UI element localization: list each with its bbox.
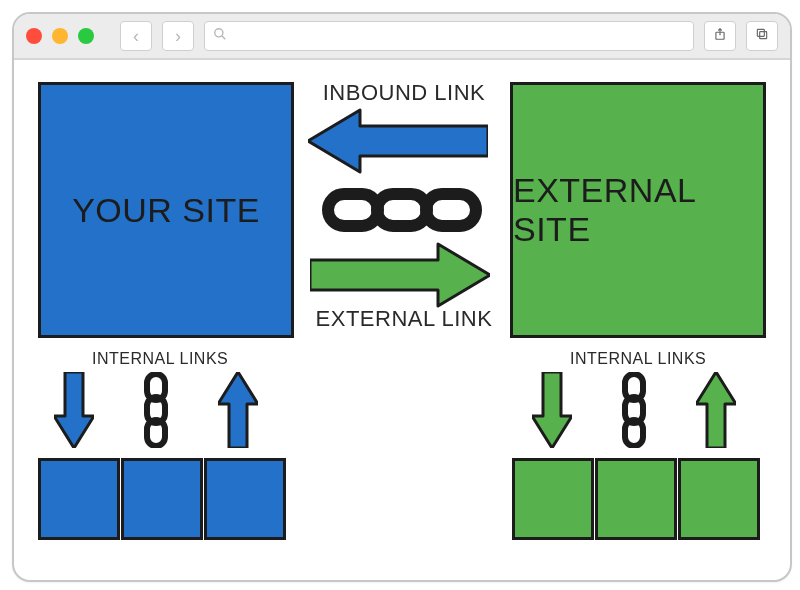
url-bar[interactable] <box>204 21 694 51</box>
close-traffic-light[interactable] <box>26 28 42 44</box>
chain-icon <box>322 182 482 238</box>
svg-line-1 <box>222 36 225 39</box>
svg-rect-4 <box>757 29 764 36</box>
chevron-right-icon: › <box>175 26 181 47</box>
small-chain-left-icon <box>142 372 170 448</box>
browser-window: ‹ › YOUR SITE <box>12 12 792 582</box>
external-link-label: EXTERNAL LINK <box>314 306 494 332</box>
your-site-box: YOUR SITE <box>38 82 294 338</box>
external-site-label: EXTERNAL SITE <box>513 171 763 249</box>
search-icon <box>213 27 227 45</box>
svg-point-0 <box>215 29 223 37</box>
mini-box-blue-3 <box>204 458 286 540</box>
external-arrow-icon <box>310 242 490 308</box>
down-arrow-blue-icon <box>54 372 94 448</box>
inbound-arrow-icon <box>308 108 488 174</box>
internal-links-right-label: INTERNAL LINKS <box>570 350 706 368</box>
tabs-icon <box>755 27 769 45</box>
up-arrow-blue-icon <box>218 372 258 448</box>
inbound-link-label: INBOUND LINK <box>314 80 494 106</box>
maximize-traffic-light[interactable] <box>78 28 94 44</box>
mini-box-green-2 <box>595 458 677 540</box>
down-arrow-green-icon <box>532 372 572 448</box>
mini-box-blue-1 <box>38 458 120 540</box>
diagram-canvas: YOUR SITE EXTERNAL SITE INBOUND LINK EXT… <box>14 60 790 582</box>
svg-marker-16 <box>532 372 572 448</box>
svg-rect-5 <box>760 32 767 39</box>
your-site-label: YOUR SITE <box>72 191 260 230</box>
small-chain-right-icon <box>620 372 648 448</box>
svg-rect-9 <box>426 194 476 226</box>
mini-box-green-3 <box>678 458 760 540</box>
forward-button[interactable]: › <box>162 21 194 51</box>
svg-rect-8 <box>377 194 427 226</box>
share-button[interactable] <box>704 21 736 51</box>
minimize-traffic-light[interactable] <box>52 28 68 44</box>
svg-marker-15 <box>218 372 258 448</box>
svg-marker-20 <box>696 372 736 448</box>
internal-links-left-label: INTERNAL LINKS <box>92 350 228 368</box>
mini-box-green-1 <box>512 458 594 540</box>
up-arrow-green-icon <box>696 372 736 448</box>
back-button[interactable]: ‹ <box>120 21 152 51</box>
svg-marker-10 <box>310 244 490 306</box>
svg-marker-6 <box>308 110 488 172</box>
external-site-box: EXTERNAL SITE <box>510 82 766 338</box>
chevron-left-icon: ‹ <box>133 26 139 47</box>
svg-rect-7 <box>328 194 378 226</box>
svg-marker-11 <box>54 372 94 448</box>
mini-box-blue-2 <box>121 458 203 540</box>
tabs-button[interactable] <box>746 21 778 51</box>
titlebar: ‹ › <box>14 14 790 60</box>
share-icon <box>713 27 727 45</box>
